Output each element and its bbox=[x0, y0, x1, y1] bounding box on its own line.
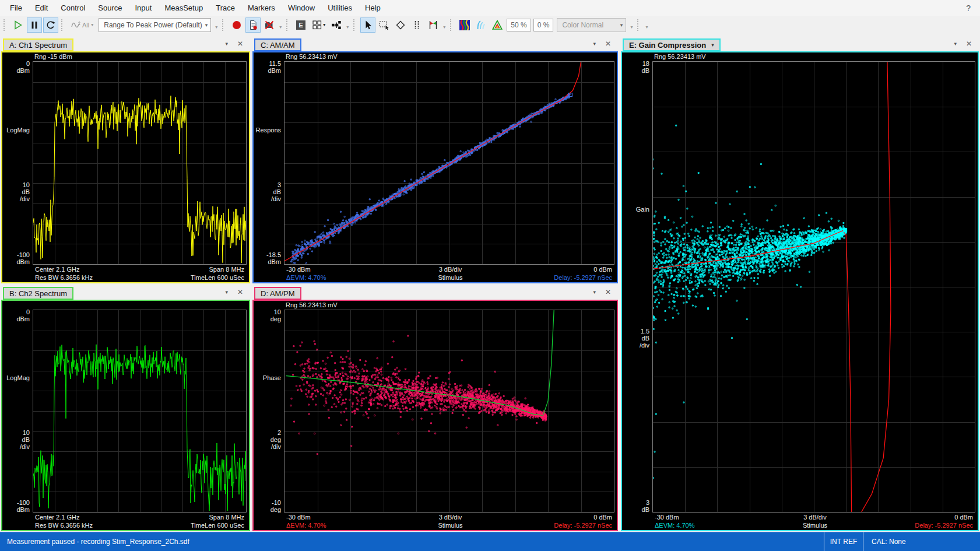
panel-e-dropdown-icon[interactable]: ▾ bbox=[711, 42, 714, 48]
panel-e-collapse-icon[interactable]: ▾ bbox=[954, 41, 957, 47]
y-axis-format-label: LogMag bbox=[6, 374, 30, 381]
toolbar-grip[interactable] bbox=[637, 19, 641, 31]
plot-area-am-am[interactable] bbox=[284, 61, 614, 265]
y-axis-scale-label: 2deg/div bbox=[271, 429, 281, 450]
y-axis-bottom-label: -100dBm bbox=[16, 251, 30, 265]
delay-readout: Delay: -5.2927 nSec bbox=[915, 521, 973, 529]
menu-meassetup[interactable]: MeasSetup bbox=[158, 0, 209, 16]
y-axis-scale-label: 1.5dB/div bbox=[640, 328, 649, 349]
restart-button[interactable] bbox=[43, 17, 58, 33]
toolbar-overflow-icon[interactable]: ▾ bbox=[630, 24, 633, 30]
status-message: Measurement paused - recording Stim_Resp… bbox=[0, 532, 824, 551]
y-axis-scale-label: 10dB/div bbox=[20, 181, 30, 202]
record-button[interactable] bbox=[229, 17, 244, 33]
x-axis-name-label: Stimulus bbox=[438, 273, 462, 282]
panel-a-close-icon[interactable]: ✕ bbox=[237, 40, 243, 48]
y-axis-bottom-label: -18.5dBm bbox=[266, 251, 281, 265]
plot-area-gain-compression[interactable] bbox=[652, 61, 975, 513]
x-start-label: -30 dBm bbox=[286, 265, 311, 273]
band-lines-button[interactable] bbox=[409, 17, 424, 33]
re​ference-status: INT REF bbox=[824, 532, 863, 551]
panel-d-collapse-icon[interactable]: ▾ bbox=[593, 289, 596, 295]
error-summary-button[interactable]: E bbox=[293, 17, 308, 33]
toolbar-grip[interactable] bbox=[222, 19, 226, 31]
toolbar-grip[interactable] bbox=[353, 19, 357, 31]
pause-button[interactable] bbox=[27, 17, 42, 33]
y-axis-format-label: Respons bbox=[256, 127, 281, 134]
layout-grid-button[interactable]: ▾ bbox=[310, 17, 328, 33]
panel-a-collapse-icon[interactable]: ▾ bbox=[225, 41, 228, 47]
panel-c-collapse-icon[interactable]: ▾ bbox=[593, 41, 596, 47]
zoom-select-button[interactable] bbox=[377, 17, 392, 33]
evm-readout: ΔEVM: 4.70% bbox=[286, 521, 326, 529]
plot-area-ch1-spectrum[interactable] bbox=[33, 61, 247, 265]
panel-c-y-axis: 11.5dBm Respons 3dB/div -18.5dBm bbox=[254, 61, 284, 265]
toolbar-grip[interactable] bbox=[61, 19, 65, 31]
menu-control[interactable]: Control bbox=[54, 0, 92, 16]
color-mode-value: Color Normal bbox=[562, 21, 603, 29]
panel-a-tab[interactable]: A: Ch1 Spectrum bbox=[3, 38, 73, 51]
toolbar-grip[interactable] bbox=[450, 19, 454, 31]
menu-input[interactable]: Input bbox=[128, 0, 158, 16]
rotation-field[interactable]: 0 % bbox=[533, 19, 554, 31]
toolbar-overflow-icon[interactable]: ▾ bbox=[443, 24, 445, 30]
recording-document-icon bbox=[248, 20, 258, 30]
recording-playback-button[interactable] bbox=[245, 17, 261, 33]
pointer-tool-button[interactable] bbox=[360, 17, 375, 33]
range-preset-value: Range To Peak Power (Default) bbox=[104, 21, 202, 29]
block-diagram-icon bbox=[331, 20, 342, 30]
menu-utilities[interactable]: Utilities bbox=[321, 0, 359, 16]
panel-e-header: E: Gain Compression▾ ▾ ✕ bbox=[621, 36, 979, 51]
menu-edit[interactable]: Edit bbox=[29, 0, 54, 16]
autoscale-button[interactable]: All ▾ bbox=[68, 17, 96, 33]
panel-b-range-label bbox=[2, 301, 249, 310]
time-len-label: TimeLen 600 uSec bbox=[191, 273, 244, 282]
color-mode-dropdown[interactable]: Color Normal ▾ bbox=[557, 18, 626, 32]
evm-readout: ΔEVM: 4.70% bbox=[286, 273, 326, 282]
plot-area-am-pm[interactable] bbox=[284, 310, 614, 513]
transparency-field[interactable]: 50 % bbox=[507, 19, 531, 31]
block-diagram-button[interactable] bbox=[329, 17, 344, 33]
panel-b-close-icon[interactable]: ✕ bbox=[237, 288, 243, 296]
menu-markers[interactable]: Markers bbox=[241, 0, 282, 16]
panel-c-close-icon[interactable]: ✕ bbox=[605, 40, 611, 48]
band-lines-icon bbox=[412, 20, 422, 30]
band-marker-button[interactable] bbox=[426, 17, 441, 33]
panel-e-tab[interactable]: E: Gain Compression▾ bbox=[623, 38, 721, 51]
x-stop-label: 0 dBm bbox=[593, 265, 612, 273]
toolbar-grip[interactable] bbox=[3, 19, 7, 31]
menu-file[interactable]: File bbox=[3, 0, 29, 16]
play-icon bbox=[13, 20, 23, 30]
help-icon[interactable]: ? bbox=[966, 3, 971, 13]
workspace: A: Ch1 Spectrum ▾ ✕ Rng -15 dBm 0dBm Log… bbox=[0, 34, 980, 532]
span-label: Span 8 MHz bbox=[209, 265, 244, 273]
menu-items: FileEditControlSourceInputMeasSetupTrace… bbox=[3, 0, 387, 16]
play-button[interactable] bbox=[10, 17, 26, 33]
menu-help[interactable]: Help bbox=[359, 0, 387, 16]
color-map-button[interactable] bbox=[490, 17, 505, 33]
panel-c-tab[interactable]: C: AM/AM bbox=[254, 38, 301, 51]
panel-d-close-icon[interactable]: ✕ bbox=[605, 288, 611, 296]
toolbar-overflow-icon[interactable]: ▾ bbox=[645, 24, 648, 30]
menu-window[interactable]: Window bbox=[282, 0, 321, 16]
panel-gain-compression: E: Gain Compression▾ ▾ ✕ Rng 56.23413 mV… bbox=[621, 36, 979, 531]
y-axis-format-label: LogMag bbox=[6, 127, 30, 134]
menu-bar: FileEditControlSourceInputMeasSetupTrace… bbox=[0, 0, 980, 16]
range-preset-dropdown[interactable]: Range To Peak Power (Default) ▾ bbox=[99, 18, 211, 32]
spectrogram-button[interactable] bbox=[457, 17, 472, 33]
cancel-recording-button[interactable] bbox=[262, 17, 277, 33]
panel-e-close-icon[interactable]: ✕ bbox=[966, 40, 972, 48]
cumulative-history-button[interactable] bbox=[473, 17, 489, 33]
panel-d-tab[interactable]: D: AM/PM bbox=[254, 287, 301, 300]
toolbar-grip[interactable] bbox=[286, 19, 290, 31]
marker-diamond-button[interactable] bbox=[393, 17, 408, 33]
panel-b-tab[interactable]: B: Ch2 Spectrum bbox=[3, 287, 73, 300]
toolbar-overflow-icon[interactable]: ▾ bbox=[215, 24, 217, 30]
y-axis-top-label: 11.5dBm bbox=[268, 60, 281, 74]
plot-area-ch2-spectrum[interactable] bbox=[33, 310, 247, 513]
toolbar-overflow-icon[interactable]: ▾ bbox=[346, 24, 349, 30]
toolbar-overflow-icon[interactable]: ▾ bbox=[279, 24, 282, 30]
menu-trace[interactable]: Trace bbox=[209, 0, 241, 16]
menu-source[interactable]: Source bbox=[92, 0, 128, 16]
panel-b-collapse-icon[interactable]: ▾ bbox=[225, 289, 228, 295]
